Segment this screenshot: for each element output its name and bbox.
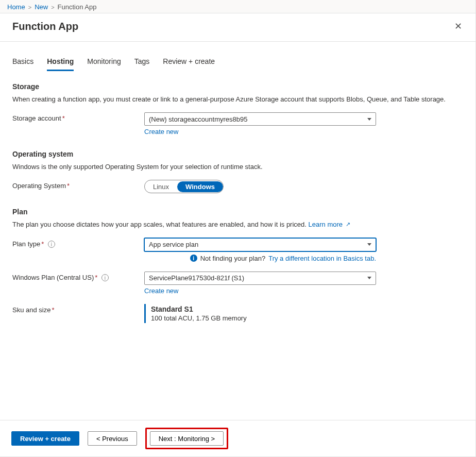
chevron-right-icon: >	[28, 4, 31, 10]
close-icon: ✕	[454, 21, 462, 31]
tab-review-create[interactable]: Review + create	[163, 54, 215, 71]
windows-plan-label: Windows Plan (Central US)* i	[12, 272, 144, 282]
not-finding-link[interactable]: Try a different location in Basics tab.	[268, 255, 376, 262]
plan-type-value: App service plan	[149, 241, 198, 248]
page-header: Function App ✕	[0, 13, 475, 42]
section-plan: Plan The plan you choose dictates how yo…	[12, 208, 463, 323]
tab-basics[interactable]: Basics	[12, 54, 33, 71]
os-desc: Windows is the only supported Operating …	[12, 162, 463, 172]
breadcrumb: Home > New > Function App	[0, 0, 475, 13]
required-asterisk: *	[95, 274, 97, 281]
sku-label: Sku and size*	[12, 304, 144, 314]
storage-desc: When creating a function app, you must c…	[12, 95, 463, 104]
required-asterisk: *	[62, 114, 65, 122]
sku-detail: 100 total ACU, 1.75 GB memory	[151, 314, 376, 322]
chevron-down-icon	[367, 277, 371, 279]
plan-learn-more-link[interactable]: Learn more ↗	[309, 221, 350, 228]
breadcrumb-home[interactable]: Home	[7, 3, 25, 11]
storage-account-value: (New) storageaccountmyres8b95	[149, 115, 247, 123]
external-link-icon: ↗	[346, 221, 350, 228]
plan-desc-text: The plan you choose dictates how your ap…	[12, 221, 307, 228]
os-option-linux[interactable]: Linux	[145, 181, 177, 192]
section-storage: Storage When creating a function app, yo…	[12, 82, 463, 136]
previous-button[interactable]: < Previous	[88, 431, 137, 446]
os-option-windows[interactable]: Windows	[177, 181, 223, 192]
breadcrumb-current: Function App	[58, 3, 97, 11]
os-label: Operating System*	[12, 180, 144, 190]
plan-type-label: Plan type* i	[12, 238, 144, 248]
os-label-text: Operating System	[12, 182, 66, 190]
required-asterisk: *	[52, 306, 54, 314]
chevron-down-icon	[367, 243, 371, 246]
tab-monitoring[interactable]: Monitoring	[87, 54, 121, 71]
tabs: Basics Hosting Monitoring Tags Review + …	[12, 54, 463, 71]
storage-account-label-text: Storage account	[12, 114, 61, 122]
section-os: Operating system Windows is the only sup…	[12, 150, 463, 193]
plan-learn-more-text: Learn more	[309, 221, 343, 228]
not-finding-text: Not finding your plan?	[200, 255, 265, 262]
info-icon[interactable]: i	[48, 241, 55, 248]
page-title: Function App	[12, 21, 78, 32]
os-toggle: Linux Windows	[144, 180, 224, 193]
plan-type-select[interactable]: App service plan	[144, 238, 376, 251]
plan-title: Plan	[12, 208, 463, 216]
storage-account-label: Storage account*	[12, 112, 144, 122]
storage-create-new-link[interactable]: Create new	[144, 128, 178, 136]
sku-display: Standard S1 100 total ACU, 1.75 GB memor…	[144, 304, 376, 323]
required-asterisk: *	[67, 182, 70, 190]
tab-hosting[interactable]: Hosting	[47, 54, 74, 71]
os-title: Operating system	[12, 150, 463, 158]
chevron-right-icon: >	[51, 4, 54, 10]
next-button[interactable]: Next : Monitoring >	[150, 431, 224, 446]
review-create-button[interactable]: Review + create	[11, 431, 79, 446]
windows-plan-select[interactable]: ServicePlane917530d-821f (S1)	[144, 272, 376, 285]
storage-title: Storage	[12, 82, 463, 91]
tab-tags[interactable]: Tags	[134, 54, 150, 71]
sku-title: Standard S1	[151, 305, 376, 313]
wizard-footer: Review + create < Previous Next : Monito…	[0, 420, 475, 456]
breadcrumb-new[interactable]: New	[35, 3, 48, 11]
windows-plan-label-text: Windows Plan (Central US)	[12, 274, 94, 281]
chevron-down-icon	[367, 118, 371, 121]
next-highlight: Next : Monitoring >	[145, 428, 228, 449]
close-button[interactable]: ✕	[451, 19, 465, 34]
windows-plan-create-new-link[interactable]: Create new	[144, 287, 178, 295]
plan-type-label-text: Plan type	[12, 240, 40, 248]
info-icon[interactable]: i	[101, 274, 109, 281]
windows-plan-value: ServicePlane917530d-821f (S1)	[149, 274, 244, 282]
required-asterisk: *	[41, 240, 44, 248]
info-solid-icon: i	[190, 255, 197, 262]
plan-desc: The plan you choose dictates how your ap…	[12, 220, 463, 229]
sku-label-text: Sku and size	[12, 306, 50, 314]
storage-account-select[interactable]: (New) storageaccountmyres8b95	[144, 112, 376, 126]
